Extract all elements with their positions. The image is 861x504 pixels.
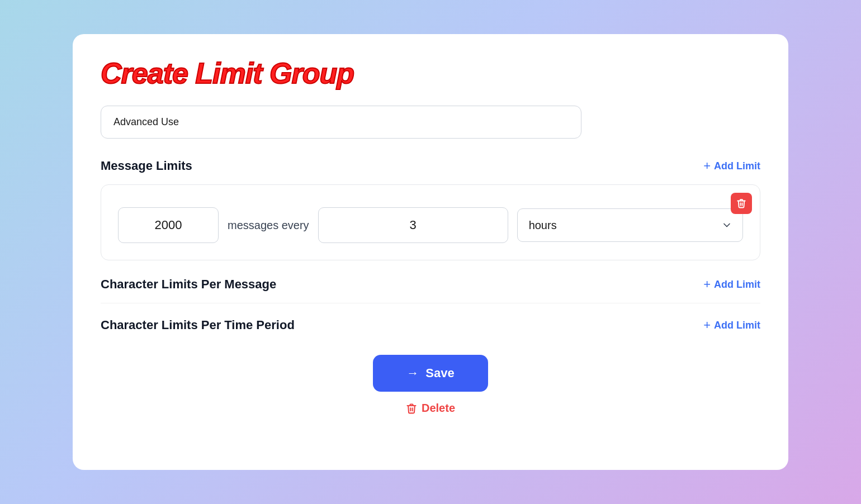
delete-label: Delete bbox=[422, 402, 455, 415]
plus-icon: + bbox=[703, 159, 711, 173]
add-message-limit-label: Add Limit bbox=[714, 160, 760, 172]
group-name-input[interactable] bbox=[101, 106, 581, 139]
add-message-limit-button[interactable]: + Add Limit bbox=[703, 159, 760, 173]
delete-button[interactable]: Delete bbox=[406, 402, 455, 415]
period-number-input[interactable] bbox=[318, 207, 508, 243]
message-limits-title: Message Limits bbox=[101, 159, 192, 173]
delete-limit-row-button[interactable] bbox=[731, 193, 752, 214]
char-per-time-title: Character Limits Per Time Period bbox=[101, 318, 295, 332]
save-button[interactable]: → Save bbox=[373, 355, 488, 392]
add-char-per-time-label: Add Limit bbox=[714, 320, 760, 331]
char-per-time-section-header: Character Limits Per Time Period + Add L… bbox=[101, 318, 760, 332]
message-limit-card: messages every minutes hours days weeks bbox=[101, 184, 760, 260]
add-char-per-message-limit-button[interactable]: + Add Limit bbox=[703, 277, 760, 292]
period-unit-select[interactable]: minutes hours days weeks bbox=[517, 208, 743, 242]
save-label: Save bbox=[425, 366, 454, 381]
add-char-per-time-limit-button[interactable]: + Add Limit bbox=[703, 318, 760, 332]
char-per-message-title: Character Limits Per Message bbox=[101, 277, 276, 292]
add-char-per-message-label: Add Limit bbox=[714, 279, 760, 291]
delete-trash-icon bbox=[406, 403, 417, 414]
plus-icon-2: + bbox=[703, 277, 711, 292]
message-limits-section-header: Message Limits + Add Limit bbox=[101, 159, 760, 173]
char-per-message-section-header: Character Limits Per Message + Add Limit bbox=[101, 277, 760, 292]
page-title: Create Limit Group bbox=[101, 56, 760, 90]
trash-icon bbox=[736, 198, 746, 208]
arrow-right-icon: → bbox=[406, 366, 419, 381]
action-area: → Save Delete bbox=[101, 355, 760, 415]
message-count-input[interactable] bbox=[118, 207, 219, 243]
messages-every-label: messages every bbox=[228, 219, 309, 232]
limit-row: messages every minutes hours days weeks bbox=[118, 207, 743, 243]
plus-icon-3: + bbox=[703, 318, 711, 332]
divider-1 bbox=[101, 303, 760, 303]
main-card: Create Limit Group Message Limits + Add … bbox=[73, 34, 788, 470]
